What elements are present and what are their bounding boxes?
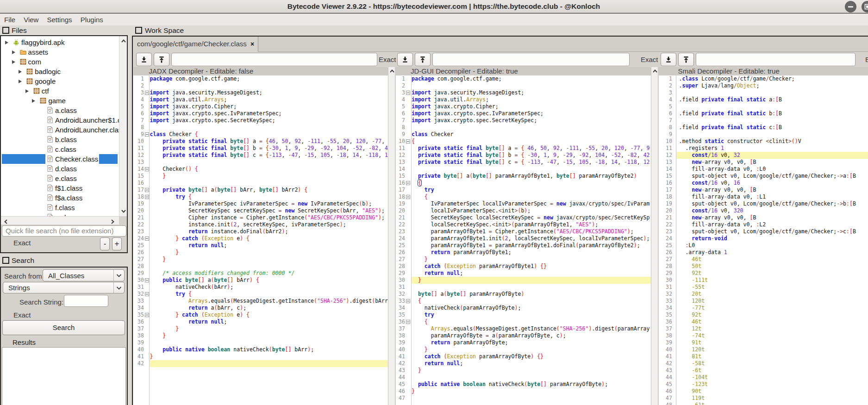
fold-collapse-icon[interactable] (145, 278, 149, 282)
jdgui-code-editor[interactable]: 1package com.google.ctf.game;23import ja… (396, 75, 651, 405)
search-dock-icon[interactable] (2, 257, 9, 264)
file-tree-hscrollbar[interactable] (1, 216, 119, 224)
fold-collapse-icon[interactable] (145, 188, 149, 192)
fold-collapse-icon[interactable] (145, 313, 149, 317)
jdgui-vscrollbar[interactable] (651, 67, 658, 405)
tree-item-androidlauncher-clas[interactable]: AndroidLauncher.clas (1, 125, 119, 135)
scroll-left-icon[interactable] (4, 219, 9, 223)
jadx-code-editor[interactable]: 1package com.google.ctf.game;23import ja… (133, 75, 388, 405)
fold-collapse-icon[interactable] (145, 195, 149, 199)
fold-collapse-icon[interactable] (406, 181, 410, 185)
search-from-select[interactable]: All_Classes (43, 269, 125, 281)
scroll-down-icon[interactable] (121, 209, 126, 213)
line-number: 39 (133, 339, 144, 346)
line-number: 6 (396, 110, 405, 117)
tree-item-f-a-class[interactable]: f$a.class (1, 193, 119, 203)
search-string-input[interactable] (64, 295, 108, 307)
expand-arrow-icon[interactable] (19, 70, 22, 74)
scroll-right-icon[interactable] (111, 219, 116, 223)
fold-collapse-icon[interactable] (145, 91, 149, 95)
tree-item-f-1-class[interactable]: f$1.class (1, 183, 119, 193)
tree-item-androidlauncher-1-c[interactable]: AndroidLauncher$1.c (1, 115, 119, 125)
maximize-icon[interactable] (862, 1, 868, 12)
tree-item-com[interactable]: com (1, 57, 119, 67)
quick-file-search-input[interactable]: Quick file search (no file extension) (2, 225, 126, 237)
font-increase-button[interactable]: + (112, 237, 122, 250)
tree-item-ctf[interactable]: ctf (1, 86, 119, 96)
tree-item-b-class[interactable]: b.class (1, 135, 119, 144)
tree-item-game[interactable]: game (1, 96, 119, 106)
tree-item-d-class[interactable]: d.class (1, 164, 119, 174)
smali-search-next-button[interactable] (661, 53, 676, 66)
tree-item-google[interactable]: google (1, 76, 119, 86)
file-tree-vscrollbar[interactable] (119, 36, 127, 216)
font-decrease-button[interactable]: - (100, 237, 110, 250)
smali-exact-label[interactable]: Exact (865, 53, 868, 66)
fold-collapse-icon[interactable] (406, 299, 410, 303)
code-text: import javax.crypto.Cipher; (412, 103, 499, 110)
code-text: -77t (679, 305, 705, 312)
tab-close-icon[interactable]: × (249, 40, 256, 48)
tree-item-assets[interactable]: assets (1, 47, 119, 57)
fold-collapse-icon[interactable] (406, 91, 410, 95)
files-dock-icon[interactable] (2, 27, 9, 34)
search-type-select[interactable]: Strings (3, 282, 125, 293)
code-text: Arrays.equals(MessageDigest.getInstance(… (412, 325, 650, 332)
menu-view[interactable]: View (19, 14, 43, 25)
fold-collapse-icon[interactable] (145, 132, 149, 137)
tree-item-g-class[interactable]: g.class (1, 212, 119, 216)
scroll-up-icon[interactable] (389, 69, 395, 73)
jadx-exact-label[interactable]: Exact (379, 53, 396, 66)
fold-collapse-icon[interactable] (145, 292, 149, 296)
jdgui-exact-label[interactable]: Exact (641, 53, 658, 66)
scroll-up-icon[interactable] (652, 69, 658, 73)
tree-item-flaggybird-apk[interactable]: flaggybird.apk (1, 37, 119, 47)
files-exact-label[interactable]: Exact (13, 239, 31, 247)
jadx-search-prev-button[interactable] (154, 53, 169, 66)
tree-item-f-class[interactable]: f.class (1, 203, 119, 212)
expand-arrow-icon[interactable] (32, 99, 35, 103)
jadx-search-next-button[interactable] (136, 53, 152, 66)
menu-file[interactable]: File (0, 14, 19, 25)
line-number: 8 (133, 124, 144, 131)
minimize-icon[interactable] (845, 1, 856, 12)
smali-code-editor[interactable]: 1.class Lcom/google/ctf/game/Checker;2.s… (659, 75, 868, 405)
tree-item-a-class[interactable]: a.class (1, 106, 119, 115)
chevron-down-icon[interactable] (113, 270, 124, 281)
expand-arrow-icon[interactable] (12, 50, 15, 54)
tree-item-checker-class[interactable]: Checker.class (1, 154, 119, 164)
scroll-up-icon[interactable] (121, 39, 126, 43)
smali-search-input[interactable] (696, 53, 856, 66)
jdgui-search-next-button[interactable] (397, 53, 413, 66)
line-number: 18 (659, 193, 672, 200)
line-number: 29 (133, 270, 144, 277)
tree-item-e-class[interactable]: e.class (1, 174, 119, 183)
tree-item-label: c.class (55, 144, 76, 154)
tab-checker-class[interactable]: com/google/ctf/game/Checker.class × (133, 37, 258, 52)
jdgui-search-input[interactable] (432, 53, 630, 66)
tree-item-c-class[interactable]: c.class (1, 144, 119, 154)
fold-collapse-icon[interactable] (145, 237, 149, 241)
search-button[interactable]: Search (2, 320, 125, 335)
fold-collapse-icon[interactable] (406, 139, 410, 143)
jdgui-search-prev-button[interactable] (415, 53, 431, 66)
fold-collapse-icon[interactable] (145, 167, 149, 171)
fold-collapse-icon[interactable] (406, 195, 410, 199)
line-number: 8 (396, 124, 405, 131)
chevron-down-icon[interactable] (113, 282, 124, 293)
expand-arrow-icon[interactable] (19, 80, 22, 83)
expand-arrow-icon[interactable] (12, 60, 15, 64)
tree-item-badlogic[interactable]: badlogic (1, 67, 119, 76)
expand-arrow-icon[interactable] (25, 89, 29, 93)
smali-search-prev-button[interactable] (678, 53, 694, 66)
expand-arrow-icon[interactable] (5, 41, 8, 44)
search-exact-label[interactable]: Exact (13, 311, 31, 319)
menu-plugins[interactable]: Plugins (76, 14, 107, 25)
fold-collapse-icon[interactable] (406, 320, 410, 324)
menu-settings[interactable]: Settings (43, 14, 76, 25)
code-text: 120t (679, 298, 705, 305)
jadx-search-input[interactable] (171, 53, 377, 66)
jadx-vscrollbar[interactable] (388, 67, 395, 405)
workspace-dock-icon[interactable] (135, 27, 142, 34)
class-icon (46, 116, 54, 124)
